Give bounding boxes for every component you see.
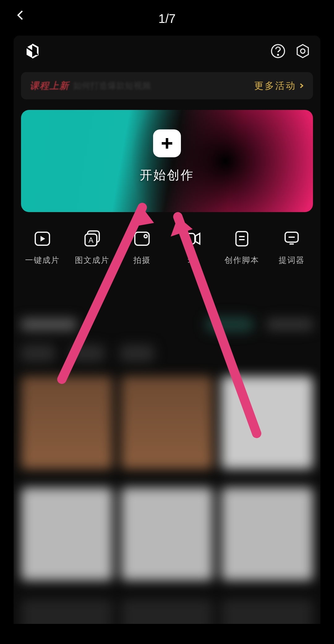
back-button[interactable] xyxy=(15,9,34,28)
tool-label: 图文成片 xyxy=(75,255,109,266)
svg-marker-15 xyxy=(195,233,200,244)
tool-script[interactable]: 创作脚本 xyxy=(217,229,267,266)
app-logo-icon[interactable] xyxy=(23,42,41,60)
svg-text:A: A xyxy=(88,236,93,244)
tool-label: 拍摄 xyxy=(133,255,151,266)
video-record-icon xyxy=(183,229,201,248)
svg-rect-12 xyxy=(135,232,149,245)
teleprompter-icon xyxy=(282,229,301,248)
start-create-label: 开始创作 xyxy=(140,167,194,184)
svg-point-4 xyxy=(301,49,305,53)
svg-marker-8 xyxy=(41,236,45,242)
tool-label: 录 xyxy=(188,255,196,266)
app-header xyxy=(14,36,320,67)
tool-shoot[interactable]: 拍摄 xyxy=(117,229,167,266)
tool-label: 创作脚本 xyxy=(225,255,259,266)
plus-icon xyxy=(153,129,181,157)
promo-tag: 课程上新 xyxy=(30,80,69,92)
promo-more-link[interactable]: 更多活动 xyxy=(254,80,304,92)
svg-rect-14 xyxy=(185,233,195,244)
svg-rect-16 xyxy=(236,232,248,246)
image-viewer-bar: 1/7 xyxy=(0,0,334,37)
promo-banner[interactable]: 课程上新 如何打造爆款短视频 更多活动 xyxy=(21,72,313,99)
image-counter: 1/7 xyxy=(158,12,176,26)
camera-icon xyxy=(133,229,151,248)
tool-record[interactable]: 录 xyxy=(167,229,217,266)
play-box-icon xyxy=(33,229,52,248)
tools-row: 一键成片 A 图文成片 拍摄 录 创作脚本 xyxy=(17,229,317,266)
svg-marker-3 xyxy=(297,45,308,58)
tool-text-to-video[interactable]: A 图文成片 xyxy=(67,229,117,266)
tool-label: 提词器 xyxy=(279,255,305,266)
start-create-card[interactable]: 开始创作 xyxy=(21,110,313,212)
promo-desc: 如何打造爆款短视频 xyxy=(73,80,151,92)
svg-point-13 xyxy=(144,235,147,238)
svg-point-2 xyxy=(277,54,278,55)
app-screenshot: 课程上新 如何打造爆款短视频 更多活动 开始创作 一键成片 A 图文成片 xyxy=(14,36,320,624)
projects-section-blurred xyxy=(14,305,320,624)
tool-label: 一键成片 xyxy=(25,255,60,266)
promo-more-label: 更多活动 xyxy=(254,80,296,92)
tool-one-click[interactable]: 一键成片 xyxy=(17,229,67,266)
help-icon[interactable] xyxy=(270,43,286,59)
script-icon xyxy=(233,229,251,248)
settings-icon[interactable] xyxy=(294,43,311,59)
text-box-stack-icon: A xyxy=(83,229,101,248)
tool-teleprompter[interactable]: 提词器 xyxy=(267,229,317,266)
